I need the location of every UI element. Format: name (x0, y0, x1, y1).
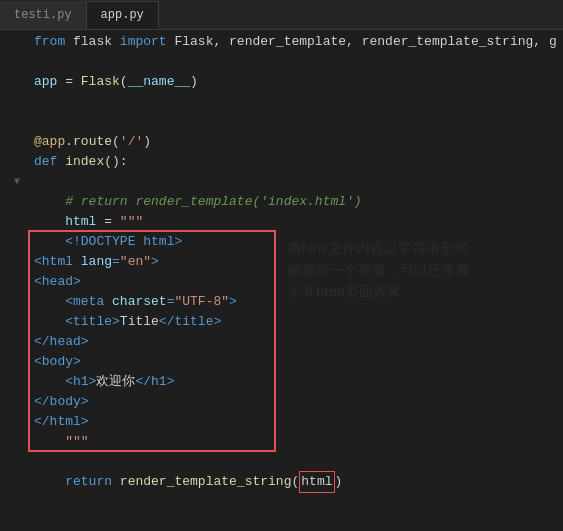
code-line-7: def index (): (34, 152, 563, 172)
plain-8: ) (143, 132, 151, 152)
code-line-18: <h1> 欢迎你 </h1> (34, 372, 563, 392)
indent-23 (34, 472, 65, 492)
str-triple-close: """ (65, 432, 88, 452)
ln-22 (0, 492, 22, 512)
plain-3: = (57, 72, 80, 92)
tag-meta: <meta (65, 292, 112, 312)
tag-body-close: </body> (34, 392, 89, 412)
code-line-12: <html lang = "en" > (34, 252, 563, 272)
code-line-14: <meta charset = "UTF-8" > (34, 292, 563, 312)
collapse-arrow-7: ▼ (0, 172, 22, 192)
ln-13 (0, 312, 22, 332)
code-line-13: <head> (34, 272, 563, 292)
code-line-5 (34, 112, 563, 132)
tag-body-open: <body> (34, 352, 81, 372)
code-line-6: @app . route ( '/' ) (34, 132, 563, 152)
attr-lang: lang (81, 252, 112, 272)
tag-h1-close: </h1> (135, 372, 174, 392)
comment-1: # return render_template('index.html') (65, 192, 361, 212)
ln-2 (0, 72, 22, 92)
code-line-4 (34, 92, 563, 112)
tag-html-eq: = (112, 252, 120, 272)
plain-10: (): (104, 152, 127, 172)
tag-h1-open: <h1> (65, 372, 96, 392)
tab-label: app.py (101, 8, 144, 22)
plain-11: = (96, 212, 119, 232)
plain-6: . (65, 132, 73, 152)
ln-5 (0, 132, 22, 152)
ln-19 (0, 432, 22, 452)
var-name: __name__ (128, 72, 190, 92)
ln-17 (0, 392, 22, 412)
ln-15 (0, 352, 22, 372)
plain-2: Flask, render_template, render_template_… (167, 32, 557, 52)
code-line-2 (34, 52, 563, 72)
ln-7 (0, 192, 22, 212)
tag-html-close: </html> (34, 412, 89, 432)
code-line-20: </html> (34, 412, 563, 432)
fn-route: route (73, 132, 112, 152)
ln-1 (0, 52, 22, 72)
title-text: Title (120, 312, 159, 332)
keyword-return: return (65, 472, 112, 492)
indent-14 (34, 292, 65, 312)
code-line-22 (34, 452, 563, 472)
collapse-arrow-1 (0, 32, 22, 52)
tag-html-close: > (151, 252, 159, 272)
editor-area: ▼ from flask import Flask, render_templa… (0, 30, 563, 531)
code-line-3: app = Flask ( __name__ ) (34, 72, 563, 92)
code-line-17: <body> (34, 352, 563, 372)
tag-head-close: </head> (34, 332, 89, 352)
tab-bar: testi.py app.py (0, 0, 563, 30)
indent-9 (34, 192, 65, 212)
indent-18 (34, 372, 65, 392)
h1-text: 欢迎你 (96, 372, 135, 392)
tab-testi[interactable]: testi.py (0, 1, 87, 29)
plain-4: ( (120, 72, 128, 92)
ln-14 (0, 332, 22, 352)
code-line-21: """ (34, 432, 563, 452)
code-line-1: from flask import Flask, render_template… (34, 32, 563, 52)
code-line-11: <!DOCTYPE html> (34, 232, 563, 252)
plain-14: ) (335, 472, 343, 492)
plain-1: flask (65, 32, 120, 52)
plain-7: ( (112, 132, 120, 152)
keyword-def: def (34, 152, 57, 172)
tag-title-close: </title> (159, 312, 221, 332)
line-numbers: ▼ (0, 30, 28, 531)
ln-18 (0, 412, 22, 432)
ln-21 (0, 472, 22, 492)
ln-8 (0, 212, 22, 232)
indent-15 (34, 312, 65, 332)
tab-app[interactable]: app.py (87, 1, 159, 29)
indent-11 (34, 232, 65, 252)
str-triple-open: """ (120, 212, 143, 232)
ln-23 (0, 512, 22, 531)
tag-html-open: <html (34, 252, 81, 272)
keyword-import: import (120, 32, 167, 52)
tab-label: testi.py (14, 8, 72, 22)
tag-title-open: <title> (65, 312, 120, 332)
indent-21 (34, 432, 65, 452)
tag-head-open: <head> (34, 272, 81, 292)
fn-render-template-string: render_template_string (120, 472, 292, 492)
ln-16 (0, 372, 22, 392)
plain-12 (112, 472, 120, 492)
ln-12 (0, 292, 22, 312)
var-html: html (65, 212, 96, 232)
code-line-15: <title> Title </title> (34, 312, 563, 332)
attrval-utf8: "UTF-8" (174, 292, 229, 312)
code-content: from flask import Flask, render_template… (28, 30, 563, 531)
attr-charset: charset (112, 292, 167, 312)
code-line-8 (34, 172, 563, 192)
decorator-app: @app (34, 132, 65, 152)
tag-doctype: <!DOCTYPE html> (65, 232, 182, 252)
ln-20 (0, 452, 22, 472)
code-line-16: </head> (34, 332, 563, 352)
tag-meta-eq: = (167, 292, 175, 312)
ln-3 (0, 92, 22, 112)
highlighted-html: html (299, 471, 334, 493)
plain-9 (57, 152, 65, 172)
ln-4 (0, 112, 22, 132)
code-line-19: </body> (34, 392, 563, 412)
